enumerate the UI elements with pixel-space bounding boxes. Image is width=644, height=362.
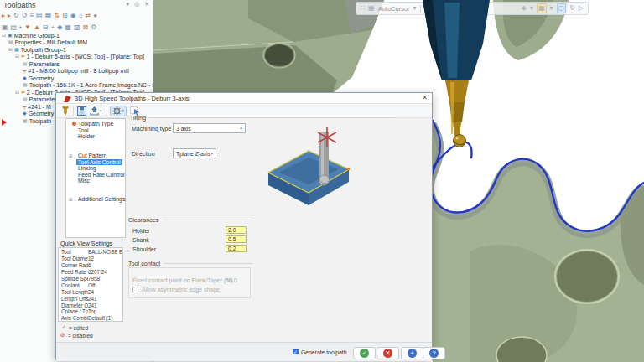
tree-item-cut-pattern[interactable]: ⊞ Cut Pattern <box>66 153 125 159</box>
tree-item-tool-2[interactable]: ┬ #241 - M <box>23 103 51 111</box>
tree-item-additional-settings[interactable]: ⊞ Additional Settings <box>66 196 125 203</box>
shoulder-input[interactable]: 0.2 <box>226 245 247 252</box>
feed-icon[interactable]: ◉ <box>70 12 76 19</box>
display-options-icon[interactable]: ▧ <box>74 23 80 31</box>
part-main <box>430 124 644 362</box>
expander-icon[interactable]: ⊟ <box>15 90 19 96</box>
options-icon[interactable]: ● <box>93 12 97 19</box>
expander-icon[interactable]: ⊟ <box>15 54 19 59</box>
toggle-locked-icon[interactable]: ▪ <box>19 23 22 31</box>
fixed-contact-label: Fixed contact point on Flank/Taper (%) <box>132 277 233 283</box>
tree-item-deburr-5axis[interactable]: ⊟ ▰ 1 - Deburr 5-axis - [WCS: Top] - [Tp… <box>15 54 144 61</box>
verify-icon[interactable]: ▦ <box>45 12 52 19</box>
floating-toolbar: ∷ ▦ AutoCursor ▾ ◈ ▾ ▦ ▾ ▢ ↻ ▷ <box>356 2 589 15</box>
selection-caret-icon[interactable]: ▾ <box>530 4 533 13</box>
disabled-icon: ⊘ <box>60 332 65 339</box>
settings-gear-icon[interactable]: ⚙ <box>91 23 96 31</box>
tree-item-holder[interactable]: Holder <box>66 133 125 140</box>
tree-item-tool[interactable]: ┬ #1 - M8.00 Lollipop mill - 8 Lollipop … <box>23 68 129 75</box>
generate-toolpath-checkbox[interactable]: ✓ <box>293 349 299 354</box>
regenerate-selected-icon[interactable]: ↻ <box>13 12 19 19</box>
tree-item-toolpath-file[interactable]: ▦ Toolpath - 156.1K - 1 Aero Frame Image… <box>23 82 153 90</box>
collapse-icon[interactable]: ⊟ <box>43 23 49 31</box>
toolbar-separator <box>106 106 106 116</box>
swap-icon[interactable]: ⇄ <box>85 12 91 19</box>
move-insert-icon[interactable]: ⇅ <box>54 12 60 19</box>
qvs-row: Corner Radius6 <box>61 262 122 269</box>
tool-display-icon[interactable] <box>61 106 70 116</box>
close-icon[interactable]: ✕ <box>144 1 149 8</box>
export-button[interactable]: ▾ <box>90 106 102 116</box>
backplot-icon[interactable]: ▤ <box>36 12 43 19</box>
qvs-row: Length Offset241 <box>61 295 122 302</box>
tree-item-feed-rate-control[interactable]: Feed Rate Control <box>66 172 125 178</box>
move-down-icon[interactable]: ▼ <box>24 23 31 31</box>
lock-icon[interactable]: ▣ <box>2 23 8 31</box>
tool-icon: ┬ <box>23 68 26 74</box>
highlight-toggle-icon[interactable]: ▢ <box>557 3 567 13</box>
regenerate-all-icon[interactable]: ↺ <box>22 12 28 19</box>
settings-button[interactable]: ▾ <box>110 106 127 116</box>
cancel-button[interactable]: ✕ <box>377 347 399 359</box>
tree-item-machine-group[interactable]: ⊟ ▣ Machine Group-1 <box>2 32 60 39</box>
tree-item-tool[interactable]: Tool <box>66 127 125 134</box>
expander-icon[interactable]: ⊟ <box>8 47 13 53</box>
select-associated-icon[interactable]: ▸ <box>8 12 11 19</box>
tree-item-misc[interactable]: Misc <box>66 178 125 184</box>
mastercam-app: ∷ ▦ AutoCursor ▾ ◈ ▾ ▦ ▾ ▢ ↻ ▷ <box>0 0 644 362</box>
panel-toolbar-row1: ▸ ▸ ↻ ↺ ≡ ▤ ▦ ⇅ ⊞ ◉ ⌂ ⇄ ● <box>2 12 97 19</box>
tree-item-toolpath-group[interactable]: ⊟ ▦ Toolpath Group-1 <box>8 46 66 54</box>
pointer-icon[interactable]: ▷ <box>579 4 584 13</box>
tree-item-tool-axis-control[interactable]: Tool Axis Control <box>66 159 125 166</box>
drag-handle-icon[interactable]: ∷ <box>361 4 365 13</box>
expander-icon[interactable]: ⊞ <box>69 153 73 158</box>
insert-position-marker[interactable] <box>2 119 7 126</box>
dialog-titlebar[interactable]: 3D High Speed Toolpaths - Deburr 3-axis … <box>56 93 432 104</box>
fill-caret-icon[interactable]: ▾ <box>550 4 553 13</box>
home-icon[interactable]: ⌂ <box>79 12 83 19</box>
toolbar-separator <box>73 106 74 116</box>
delete-icon[interactable]: ⊠ <box>82 23 88 31</box>
fill-color-icon[interactable]: ▦ <box>537 3 547 13</box>
selection-icon[interactable]: ◈ <box>522 4 527 13</box>
tree-item-toolpath-type[interactable]: Toolpath Type <box>66 121 125 127</box>
tree-item-linking[interactable]: Linking <box>66 165 125 172</box>
direction-select[interactable]: Tplane Z-axis ▾ <box>173 148 216 158</box>
select-all-icon[interactable]: ▸ <box>2 12 5 19</box>
autocursor-caret-icon[interactable]: ▾ <box>413 4 417 13</box>
post-icon[interactable]: ⊞ <box>62 12 68 19</box>
autocursor-dropdown[interactable]: AutoCursor <box>378 5 410 13</box>
asymmetric-checkbox[interactable] <box>132 287 138 292</box>
check-icon: ✓ <box>61 324 66 331</box>
display-toolpath-icon[interactable]: ▦ <box>65 23 71 31</box>
pin-icon[interactable]: ◎ <box>134 1 139 8</box>
help-button[interactable]: ? <box>423 347 445 359</box>
expander-icon[interactable]: ⊟ <box>2 33 6 39</box>
grid-icon[interactable]: ▦ <box>368 4 375 13</box>
close-icon[interactable]: ✕ <box>422 94 428 101</box>
tree-item-parameters-2[interactable]: ▤ Parameters <box>23 96 60 104</box>
shank-input[interactable]: 0.5 <box>226 235 247 243</box>
ok-new-operation-button[interactable]: + <box>401 347 423 359</box>
tree-item-properties[interactable]: ▤ Properties - Mill Default MM <box>8 39 87 47</box>
machine-icon: ▣ <box>8 33 13 39</box>
insert-icon[interactable]: + <box>51 23 55 31</box>
tree-item-geometry[interactable]: ◆ Geometry <box>23 75 54 82</box>
save-icon[interactable] <box>77 106 86 116</box>
toggle-display-icon[interactable]: ▤ <box>11 23 18 31</box>
list-icon[interactable]: ≡ <box>29 12 34 19</box>
group-icon: ▦ <box>14 47 19 53</box>
refresh-icon[interactable]: ↻ <box>569 4 575 13</box>
expander-icon[interactable]: ⊞ <box>69 197 73 202</box>
move-up-icon[interactable]: ▲ <box>34 23 40 31</box>
holder-input[interactable]: 2.0 <box>226 226 247 234</box>
geometry-select-icon[interactable]: ◆ <box>57 23 62 31</box>
tree-item-parameters[interactable]: ▤ Parameters <box>23 60 60 68</box>
qvs-row: CoolantOff <box>61 282 122 288</box>
machining-type-select[interactable]: 3 axis ▾ <box>173 123 246 133</box>
panel-menu-icon[interactable]: ▾ <box>127 1 130 8</box>
ok-button[interactable]: ✓ <box>353 347 376 359</box>
tree-item-toolpath-file-2[interactable]: ▦ Toolpath <box>23 117 51 125</box>
tree-item-geometry-2[interactable]: ◆ Geometry <box>23 111 54 118</box>
panel-window-buttons: ▾ ◎ ✕ <box>127 1 150 8</box>
